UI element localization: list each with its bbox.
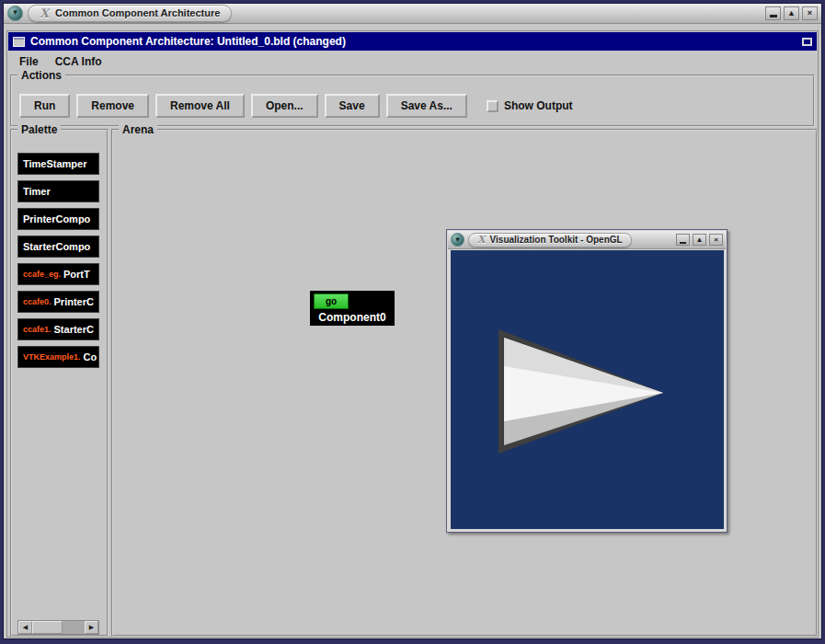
window-titlebar: ▼ X Common Component Architecture ▲ × (3, 3, 822, 24)
vtk-close-button[interactable]: × (709, 234, 723, 246)
minimize-button[interactable] (765, 6, 781, 20)
vtk-window-title: Visualization Toolkit - OpenGL (490, 235, 623, 245)
document-maximize-icon[interactable] (802, 38, 812, 46)
palette-item-prefix: VTKExample1. (23, 352, 81, 362)
palette-item-vtkexample1[interactable]: VTKExample1. Co (17, 346, 99, 368)
open-button[interactable]: Open... (251, 94, 318, 118)
vtk-minimize-button[interactable] (676, 234, 690, 246)
actions-panel-label: Actions (17, 68, 65, 83)
chevron-down-icon: ▼ (454, 236, 462, 244)
palette-item-ccafe1-starter[interactable]: ccafe1. StarterC (17, 318, 99, 340)
document-title: Common Component Architecture: Untitled_… (30, 35, 346, 48)
palette-item-label: Co (84, 351, 97, 362)
palette-panel-label: Palette (17, 122, 61, 137)
palette-item-prefix: ccafe1. (23, 325, 52, 334)
palette-item-label: PrinterC (54, 296, 94, 307)
x11-logo-icon: X (40, 6, 49, 20)
palette-item-ccafe-eg-port[interactable]: ccafe_eg. PortT (17, 263, 99, 285)
save-button[interactable]: Save (325, 94, 380, 118)
component0-node[interactable]: go Component0 (310, 291, 395, 326)
maximize-icon: ▲ (696, 236, 704, 244)
vtk-maximize-button[interactable]: ▲ (693, 234, 706, 246)
document-titlebar[interactable]: Common Component Architecture: Untitled_… (8, 32, 817, 51)
palette-item-startercomponent[interactable]: StarterCompo (17, 236, 99, 258)
palette-item-printercomponent[interactable]: PrinterCompo (17, 208, 99, 230)
palette-item-prefix: ccafe0. (23, 297, 52, 306)
maximize-icon: ▲ (787, 8, 796, 17)
palette-panel: Palette TimeStamper Timer PrinterCompo S… (10, 129, 109, 637)
scroll-left-button[interactable]: ◀ (18, 621, 32, 634)
arena-panel-label: Arena (119, 122, 157, 137)
scrollbar-thumb[interactable] (32, 621, 63, 634)
document-frame: Common Component Architecture: Untitled_… (6, 30, 819, 638)
remove-all-button[interactable]: Remove All (155, 94, 245, 118)
window-title: Common Component Architecture (55, 7, 220, 18)
palette-item-label: StarterC (54, 324, 94, 335)
arena-panel: Arena go Component0 ▼ X Visualization To… (111, 129, 818, 637)
scrollbar-track[interactable] (32, 621, 85, 634)
vtk-window-controls: ▲ × (676, 234, 723, 246)
vtk-render-viewport[interactable] (451, 250, 724, 529)
palette-item-label: TimeStamper (23, 158, 87, 169)
cone-3d-render (451, 250, 724, 529)
vtk-titlebar[interactable]: ▼ X Visualization Toolkit - OpenGL ▲ × (448, 231, 726, 249)
close-icon: × (808, 8, 812, 17)
maximize-button[interactable]: ▲ (784, 6, 799, 20)
vtk-window-menu-button[interactable]: ▼ (451, 233, 464, 247)
palette-item-timestamper[interactable]: TimeStamper (17, 153, 99, 175)
menu-bar: File CCA Info (8, 51, 817, 73)
actions-panel: Actions Run Remove Remove All Open... Sa… (10, 75, 815, 127)
show-output-wrap: Show Output (487, 99, 573, 112)
menu-file[interactable]: File (19, 55, 39, 68)
component-name: Component0 (310, 311, 395, 324)
save-as-button[interactable]: Save As... (386, 94, 467, 118)
minimize-icon (680, 242, 686, 244)
component-go-button[interactable]: go (314, 293, 349, 309)
palette-item-timer[interactable]: Timer (17, 180, 99, 202)
palette-horizontal-scrollbar[interactable]: ◀ ▶ (17, 620, 99, 635)
actions-button-row: Run Remove Remove All Open... Save Save … (19, 94, 573, 118)
window-menu-button[interactable]: ▼ (7, 6, 23, 21)
vtk-window[interactable]: ▼ X Visualization Toolkit - OpenGL ▲ × (446, 229, 728, 533)
window-title-pill: X Common Component Architecture (28, 5, 232, 22)
palette-item-ccafe0-printer[interactable]: ccafe0. PrinterC (17, 291, 99, 313)
minimize-icon (770, 15, 777, 17)
run-button[interactable]: Run (19, 94, 70, 118)
window-controls: ▲ × (765, 6, 818, 20)
document-icon (13, 37, 25, 47)
show-output-label: Show Output (504, 99, 573, 112)
palette-item-label: Timer (23, 186, 51, 197)
close-icon: × (714, 236, 718, 244)
close-button[interactable]: × (802, 6, 818, 20)
chevron-down-icon: ▼ (12, 9, 19, 17)
menu-cca-info[interactable]: CCA Info (55, 55, 102, 68)
palette-item-label: PortT (63, 269, 90, 280)
x11-logo-icon: X (477, 234, 486, 246)
remove-button[interactable]: Remove (76, 94, 149, 118)
palette-item-prefix: ccafe_eg. (23, 270, 61, 279)
show-output-checkbox[interactable] (487, 100, 498, 112)
palette-item-label: PrinterCompo (23, 213, 90, 224)
scroll-left-icon: ◀ (23, 624, 28, 631)
palette-item-label: StarterCompo (23, 241, 90, 252)
vtk-title-pill: X Visualization Toolkit - OpenGL (468, 233, 632, 247)
scroll-right-icon: ▶ (89, 624, 94, 631)
scroll-right-button[interactable]: ▶ (85, 621, 98, 634)
